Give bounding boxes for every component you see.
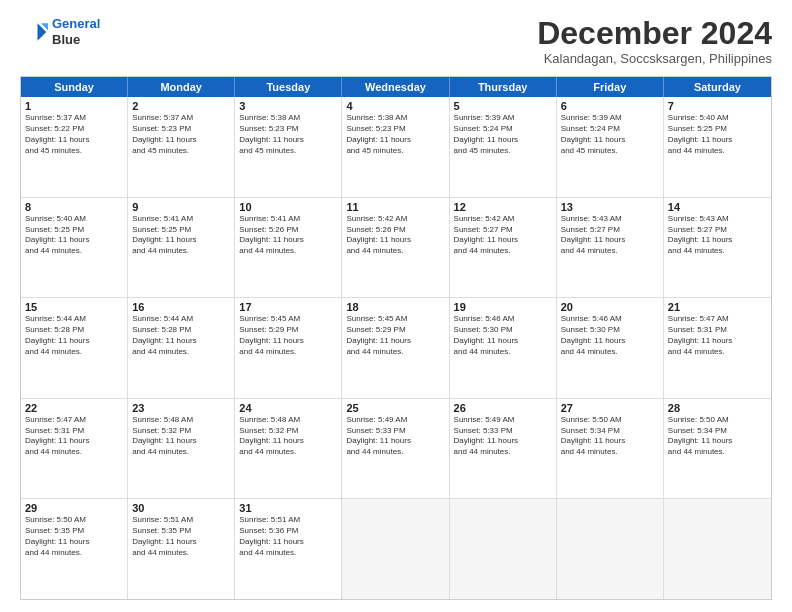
cell-info: Sunrise: 5:42 AM Sunset: 5:27 PM Dayligh…	[454, 214, 552, 257]
day-cell-5: 5Sunrise: 5:39 AM Sunset: 5:24 PM Daylig…	[450, 97, 557, 197]
logo-line2: Blue	[52, 32, 100, 48]
header-day-tuesday: Tuesday	[235, 77, 342, 97]
day-cell-20: 20Sunrise: 5:46 AM Sunset: 5:30 PM Dayli…	[557, 298, 664, 398]
day-number: 2	[132, 100, 230, 112]
cell-info: Sunrise: 5:38 AM Sunset: 5:23 PM Dayligh…	[239, 113, 337, 156]
day-cell-31: 31Sunrise: 5:51 AM Sunset: 5:36 PM Dayli…	[235, 499, 342, 599]
cell-info: Sunrise: 5:42 AM Sunset: 5:26 PM Dayligh…	[346, 214, 444, 257]
cell-info: Sunrise: 5:49 AM Sunset: 5:33 PM Dayligh…	[346, 415, 444, 458]
cell-info: Sunrise: 5:38 AM Sunset: 5:23 PM Dayligh…	[346, 113, 444, 156]
cell-info: Sunrise: 5:49 AM Sunset: 5:33 PM Dayligh…	[454, 415, 552, 458]
day-number: 9	[132, 201, 230, 213]
day-cell-21: 21Sunrise: 5:47 AM Sunset: 5:31 PM Dayli…	[664, 298, 771, 398]
cell-info: Sunrise: 5:37 AM Sunset: 5:23 PM Dayligh…	[132, 113, 230, 156]
day-number: 29	[25, 502, 123, 514]
day-cell-3: 3Sunrise: 5:38 AM Sunset: 5:23 PM Daylig…	[235, 97, 342, 197]
logo-line1: General	[52, 16, 100, 31]
cell-info: Sunrise: 5:51 AM Sunset: 5:35 PM Dayligh…	[132, 515, 230, 558]
calendar-body: 1Sunrise: 5:37 AM Sunset: 5:22 PM Daylig…	[21, 97, 771, 599]
cell-info: Sunrise: 5:39 AM Sunset: 5:24 PM Dayligh…	[454, 113, 552, 156]
cell-info: Sunrise: 5:41 AM Sunset: 5:25 PM Dayligh…	[132, 214, 230, 257]
calendar-row-3: 15Sunrise: 5:44 AM Sunset: 5:28 PM Dayli…	[21, 298, 771, 399]
day-cell-23: 23Sunrise: 5:48 AM Sunset: 5:32 PM Dayli…	[128, 399, 235, 499]
day-cell-22: 22Sunrise: 5:47 AM Sunset: 5:31 PM Dayli…	[21, 399, 128, 499]
day-cell-30: 30Sunrise: 5:51 AM Sunset: 5:35 PM Dayli…	[128, 499, 235, 599]
day-cell-6: 6Sunrise: 5:39 AM Sunset: 5:24 PM Daylig…	[557, 97, 664, 197]
day-cell-12: 12Sunrise: 5:42 AM Sunset: 5:27 PM Dayli…	[450, 198, 557, 298]
day-number: 24	[239, 402, 337, 414]
header-day-wednesday: Wednesday	[342, 77, 449, 97]
calendar-row-5: 29Sunrise: 5:50 AM Sunset: 5:35 PM Dayli…	[21, 499, 771, 599]
cell-info: Sunrise: 5:40 AM Sunset: 5:25 PM Dayligh…	[25, 214, 123, 257]
day-cell-8: 8Sunrise: 5:40 AM Sunset: 5:25 PM Daylig…	[21, 198, 128, 298]
logo: General Blue	[20, 16, 100, 47]
cell-info: Sunrise: 5:45 AM Sunset: 5:29 PM Dayligh…	[346, 314, 444, 357]
day-cell-13: 13Sunrise: 5:43 AM Sunset: 5:27 PM Dayli…	[557, 198, 664, 298]
day-cell-28: 28Sunrise: 5:50 AM Sunset: 5:34 PM Dayli…	[664, 399, 771, 499]
day-cell-25: 25Sunrise: 5:49 AM Sunset: 5:33 PM Dayli…	[342, 399, 449, 499]
day-cell-19: 19Sunrise: 5:46 AM Sunset: 5:30 PM Dayli…	[450, 298, 557, 398]
day-number: 23	[132, 402, 230, 414]
day-number: 8	[25, 201, 123, 213]
day-cell-17: 17Sunrise: 5:45 AM Sunset: 5:29 PM Dayli…	[235, 298, 342, 398]
header: General Blue December 2024 Kalandagan, S…	[20, 16, 772, 66]
cell-info: Sunrise: 5:51 AM Sunset: 5:36 PM Dayligh…	[239, 515, 337, 558]
day-number: 17	[239, 301, 337, 313]
cell-info: Sunrise: 5:48 AM Sunset: 5:32 PM Dayligh…	[239, 415, 337, 458]
day-number: 19	[454, 301, 552, 313]
cell-info: Sunrise: 5:39 AM Sunset: 5:24 PM Dayligh…	[561, 113, 659, 156]
day-cell-27: 27Sunrise: 5:50 AM Sunset: 5:34 PM Dayli…	[557, 399, 664, 499]
header-day-monday: Monday	[128, 77, 235, 97]
day-cell-16: 16Sunrise: 5:44 AM Sunset: 5:28 PM Dayli…	[128, 298, 235, 398]
empty-cell	[664, 499, 771, 599]
day-number: 25	[346, 402, 444, 414]
cell-info: Sunrise: 5:43 AM Sunset: 5:27 PM Dayligh…	[668, 214, 767, 257]
day-number: 3	[239, 100, 337, 112]
cell-info: Sunrise: 5:44 AM Sunset: 5:28 PM Dayligh…	[25, 314, 123, 357]
day-cell-26: 26Sunrise: 5:49 AM Sunset: 5:33 PM Dayli…	[450, 399, 557, 499]
day-cell-1: 1Sunrise: 5:37 AM Sunset: 5:22 PM Daylig…	[21, 97, 128, 197]
day-number: 1	[25, 100, 123, 112]
day-number: 22	[25, 402, 123, 414]
calendar-header: SundayMondayTuesdayWednesdayThursdayFrid…	[21, 77, 771, 97]
day-number: 21	[668, 301, 767, 313]
day-number: 12	[454, 201, 552, 213]
day-cell-29: 29Sunrise: 5:50 AM Sunset: 5:35 PM Dayli…	[21, 499, 128, 599]
cell-info: Sunrise: 5:48 AM Sunset: 5:32 PM Dayligh…	[132, 415, 230, 458]
empty-cell	[342, 499, 449, 599]
day-number: 20	[561, 301, 659, 313]
subtitle: Kalandagan, Soccsksargen, Philippines	[537, 51, 772, 66]
cell-info: Sunrise: 5:46 AM Sunset: 5:30 PM Dayligh…	[454, 314, 552, 357]
day-number: 18	[346, 301, 444, 313]
calendar-row-1: 1Sunrise: 5:37 AM Sunset: 5:22 PM Daylig…	[21, 97, 771, 198]
cell-info: Sunrise: 5:41 AM Sunset: 5:26 PM Dayligh…	[239, 214, 337, 257]
day-number: 16	[132, 301, 230, 313]
day-number: 5	[454, 100, 552, 112]
header-day-friday: Friday	[557, 77, 664, 97]
cell-info: Sunrise: 5:47 AM Sunset: 5:31 PM Dayligh…	[25, 415, 123, 458]
day-number: 11	[346, 201, 444, 213]
empty-cell	[557, 499, 664, 599]
day-number: 4	[346, 100, 444, 112]
cell-info: Sunrise: 5:47 AM Sunset: 5:31 PM Dayligh…	[668, 314, 767, 357]
calendar: SundayMondayTuesdayWednesdayThursdayFrid…	[20, 76, 772, 600]
day-cell-24: 24Sunrise: 5:48 AM Sunset: 5:32 PM Dayli…	[235, 399, 342, 499]
day-number: 7	[668, 100, 767, 112]
day-number: 28	[668, 402, 767, 414]
cell-info: Sunrise: 5:46 AM Sunset: 5:30 PM Dayligh…	[561, 314, 659, 357]
calendar-row-4: 22Sunrise: 5:47 AM Sunset: 5:31 PM Dayli…	[21, 399, 771, 500]
day-number: 14	[668, 201, 767, 213]
calendar-row-2: 8Sunrise: 5:40 AM Sunset: 5:25 PM Daylig…	[21, 198, 771, 299]
logo-icon	[20, 18, 48, 46]
cell-info: Sunrise: 5:50 AM Sunset: 5:34 PM Dayligh…	[561, 415, 659, 458]
day-cell-15: 15Sunrise: 5:44 AM Sunset: 5:28 PM Dayli…	[21, 298, 128, 398]
cell-info: Sunrise: 5:40 AM Sunset: 5:25 PM Dayligh…	[668, 113, 767, 156]
header-day-thursday: Thursday	[450, 77, 557, 97]
cell-info: Sunrise: 5:50 AM Sunset: 5:35 PM Dayligh…	[25, 515, 123, 558]
day-number: 27	[561, 402, 659, 414]
day-number: 26	[454, 402, 552, 414]
day-number: 30	[132, 502, 230, 514]
page: General Blue December 2024 Kalandagan, S…	[0, 0, 792, 612]
cell-info: Sunrise: 5:50 AM Sunset: 5:34 PM Dayligh…	[668, 415, 767, 458]
header-day-saturday: Saturday	[664, 77, 771, 97]
